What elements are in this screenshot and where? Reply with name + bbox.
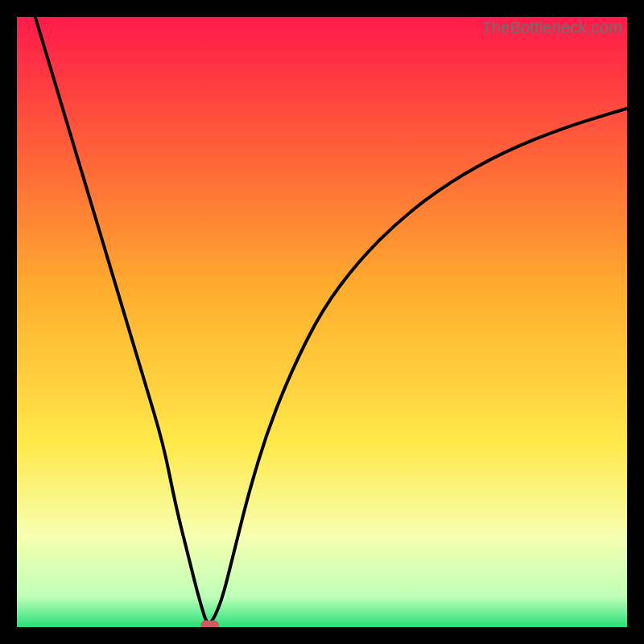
bottleneck-chart xyxy=(17,17,627,627)
gradient-background xyxy=(17,17,627,627)
watermark-text: TheBottleneck.com xyxy=(481,19,622,37)
svg-point-1 xyxy=(208,621,219,627)
minimum-marker xyxy=(201,621,219,627)
chart-frame: TheBottleneck.com xyxy=(17,17,627,627)
